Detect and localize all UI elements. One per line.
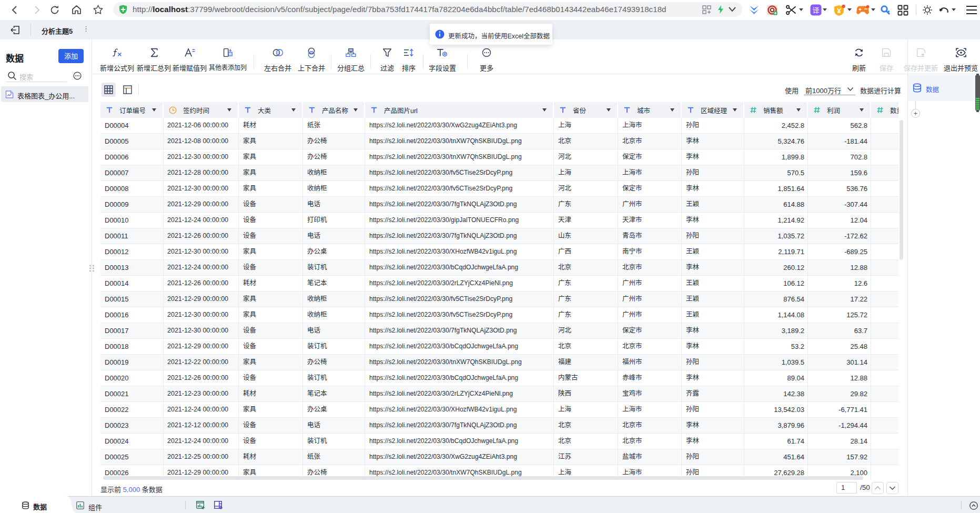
svg-text:译: 译 <box>812 6 819 14</box>
